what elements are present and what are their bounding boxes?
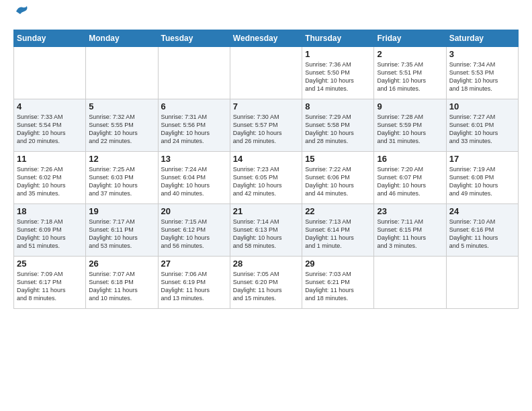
day-info: Sunrise: 7:30 AM Sunset: 5:57 PM Dayligh… xyxy=(233,113,299,146)
day-number: 24 xyxy=(449,206,515,216)
day-info: Sunrise: 7:36 AM Sunset: 5:50 PM Dayligh… xyxy=(305,60,371,93)
week-row-1: 1Sunrise: 7:36 AM Sunset: 5:50 PM Daylig… xyxy=(14,46,519,99)
day-number: 3 xyxy=(449,49,515,59)
calendar-table: SundayMondayTuesdayWednesdayThursdayFrid… xyxy=(13,30,519,309)
day-number: 29 xyxy=(305,259,371,269)
day-number: 7 xyxy=(233,101,299,111)
day-number: 11 xyxy=(17,154,83,164)
logo xyxy=(13,11,30,24)
day-number: 16 xyxy=(377,154,443,164)
calendar-cell: 25Sunrise: 7:09 AM Sunset: 6:17 PM Dayli… xyxy=(14,256,86,308)
col-header-tuesday: Tuesday xyxy=(158,30,230,46)
calendar-cell xyxy=(230,46,302,99)
day-number: 6 xyxy=(161,101,227,111)
day-number: 17 xyxy=(449,154,515,164)
day-info: Sunrise: 7:32 AM Sunset: 5:55 PM Dayligh… xyxy=(89,113,154,146)
page: SundayMondayTuesdayWednesdayThursdayFrid… xyxy=(0,0,532,411)
day-info: Sunrise: 7:34 AM Sunset: 5:53 PM Dayligh… xyxy=(449,60,515,93)
day-number: 20 xyxy=(161,206,227,216)
calendar-cell: 29Sunrise: 7:03 AM Sunset: 6:21 PM Dayli… xyxy=(302,256,374,308)
header-row: SundayMondayTuesdayWednesdayThursdayFrid… xyxy=(14,30,519,46)
calendar-cell: 17Sunrise: 7:19 AM Sunset: 6:08 PM Dayli… xyxy=(446,151,518,203)
day-number: 4 xyxy=(17,101,83,111)
calendar-cell: 11Sunrise: 7:26 AM Sunset: 6:02 PM Dayli… xyxy=(14,151,86,203)
calendar-cell xyxy=(14,46,86,99)
day-info: Sunrise: 7:35 AM Sunset: 5:51 PM Dayligh… xyxy=(377,60,443,93)
day-number: 9 xyxy=(377,101,443,111)
day-info: Sunrise: 7:29 AM Sunset: 5:58 PM Dayligh… xyxy=(305,113,371,146)
day-info: Sunrise: 7:27 AM Sunset: 6:01 PM Dayligh… xyxy=(449,113,515,146)
calendar-cell: 27Sunrise: 7:06 AM Sunset: 6:19 PM Dayli… xyxy=(158,256,230,308)
day-info: Sunrise: 7:17 AM Sunset: 6:11 PM Dayligh… xyxy=(89,218,154,250)
day-number: 19 xyxy=(89,206,154,216)
day-number: 26 xyxy=(89,259,154,269)
day-info: Sunrise: 7:09 AM Sunset: 6:17 PM Dayligh… xyxy=(17,270,83,303)
calendar-cell: 1Sunrise: 7:36 AM Sunset: 5:50 PM Daylig… xyxy=(302,46,374,99)
day-info: Sunrise: 7:15 AM Sunset: 6:12 PM Dayligh… xyxy=(161,218,227,250)
calendar-cell xyxy=(374,256,446,308)
day-number: 18 xyxy=(17,206,83,216)
calendar-cell: 20Sunrise: 7:15 AM Sunset: 6:12 PM Dayli… xyxy=(158,203,230,256)
col-header-sunday: Sunday xyxy=(14,30,86,46)
col-header-wednesday: Wednesday xyxy=(230,30,302,46)
week-row-5: 25Sunrise: 7:09 AM Sunset: 6:17 PM Dayli… xyxy=(14,256,519,308)
day-number: 27 xyxy=(161,259,227,269)
day-number: 1 xyxy=(305,49,371,59)
week-row-2: 4Sunrise: 7:33 AM Sunset: 5:54 PM Daylig… xyxy=(14,99,519,151)
calendar-cell: 21Sunrise: 7:14 AM Sunset: 6:13 PM Dayli… xyxy=(230,203,302,256)
day-info: Sunrise: 7:25 AM Sunset: 6:03 PM Dayligh… xyxy=(89,165,154,198)
day-info: Sunrise: 7:28 AM Sunset: 5:59 PM Dayligh… xyxy=(377,113,443,146)
day-number: 5 xyxy=(89,101,154,111)
calendar-cell: 26Sunrise: 7:07 AM Sunset: 6:18 PM Dayli… xyxy=(86,256,158,308)
calendar-cell: 15Sunrise: 7:22 AM Sunset: 6:06 PM Dayli… xyxy=(302,151,374,203)
calendar-cell: 13Sunrise: 7:24 AM Sunset: 6:04 PM Dayli… xyxy=(158,151,230,203)
calendar-cell xyxy=(86,46,158,99)
calendar-cell: 4Sunrise: 7:33 AM Sunset: 5:54 PM Daylig… xyxy=(14,99,86,151)
calendar-cell xyxy=(446,256,518,308)
day-info: Sunrise: 7:22 AM Sunset: 6:06 PM Dayligh… xyxy=(305,165,371,198)
day-info: Sunrise: 7:31 AM Sunset: 5:56 PM Dayligh… xyxy=(161,113,227,146)
day-info: Sunrise: 7:10 AM Sunset: 6:16 PM Dayligh… xyxy=(449,218,515,250)
calendar-cell: 8Sunrise: 7:29 AM Sunset: 5:58 PM Daylig… xyxy=(302,99,374,151)
calendar-cell: 28Sunrise: 7:05 AM Sunset: 6:20 PM Dayli… xyxy=(230,256,302,308)
day-info: Sunrise: 7:07 AM Sunset: 6:18 PM Dayligh… xyxy=(89,270,154,303)
day-info: Sunrise: 7:06 AM Sunset: 6:19 PM Dayligh… xyxy=(161,270,227,303)
day-number: 2 xyxy=(377,49,443,59)
calendar-cell: 3Sunrise: 7:34 AM Sunset: 5:53 PM Daylig… xyxy=(446,46,518,99)
day-info: Sunrise: 7:26 AM Sunset: 6:02 PM Dayligh… xyxy=(17,165,83,198)
day-number: 13 xyxy=(161,154,227,164)
day-info: Sunrise: 7:13 AM Sunset: 6:14 PM Dayligh… xyxy=(305,218,371,250)
calendar-cell: 6Sunrise: 7:31 AM Sunset: 5:56 PM Daylig… xyxy=(158,99,230,151)
day-info: Sunrise: 7:33 AM Sunset: 5:54 PM Dayligh… xyxy=(17,113,83,146)
calendar-cell: 23Sunrise: 7:11 AM Sunset: 6:15 PM Dayli… xyxy=(374,203,446,256)
calendar-cell: 19Sunrise: 7:17 AM Sunset: 6:11 PM Dayli… xyxy=(86,203,158,256)
calendar-cell: 24Sunrise: 7:10 AM Sunset: 6:16 PM Dayli… xyxy=(446,203,518,256)
day-number: 15 xyxy=(305,154,371,164)
day-info: Sunrise: 7:03 AM Sunset: 6:21 PM Dayligh… xyxy=(305,270,371,303)
day-number: 23 xyxy=(377,206,443,216)
day-number: 21 xyxy=(233,206,299,216)
logo-bird-icon xyxy=(15,5,30,18)
day-info: Sunrise: 7:19 AM Sunset: 6:08 PM Dayligh… xyxy=(449,165,515,198)
day-info: Sunrise: 7:20 AM Sunset: 6:07 PM Dayligh… xyxy=(377,165,443,198)
day-number: 28 xyxy=(233,259,299,269)
col-header-thursday: Thursday xyxy=(302,30,374,46)
day-info: Sunrise: 7:23 AM Sunset: 6:05 PM Dayligh… xyxy=(233,165,299,198)
day-number: 14 xyxy=(233,154,299,164)
day-info: Sunrise: 7:11 AM Sunset: 6:15 PM Dayligh… xyxy=(377,218,443,250)
day-number: 10 xyxy=(449,101,515,111)
calendar-cell: 9Sunrise: 7:28 AM Sunset: 5:59 PM Daylig… xyxy=(374,99,446,151)
calendar-cell xyxy=(158,46,230,99)
header xyxy=(13,11,519,24)
calendar-cell: 7Sunrise: 7:30 AM Sunset: 5:57 PM Daylig… xyxy=(230,99,302,151)
calendar-cell: 5Sunrise: 7:32 AM Sunset: 5:55 PM Daylig… xyxy=(86,99,158,151)
calendar-cell: 10Sunrise: 7:27 AM Sunset: 6:01 PM Dayli… xyxy=(446,99,518,151)
calendar-cell: 18Sunrise: 7:18 AM Sunset: 6:09 PM Dayli… xyxy=(14,203,86,256)
col-header-saturday: Saturday xyxy=(446,30,518,46)
calendar-cell: 2Sunrise: 7:35 AM Sunset: 5:51 PM Daylig… xyxy=(374,46,446,99)
calendar-cell: 14Sunrise: 7:23 AM Sunset: 6:05 PM Dayli… xyxy=(230,151,302,203)
col-header-friday: Friday xyxy=(374,30,446,46)
calendar-cell: 22Sunrise: 7:13 AM Sunset: 6:14 PM Dayli… xyxy=(302,203,374,256)
week-row-4: 18Sunrise: 7:18 AM Sunset: 6:09 PM Dayli… xyxy=(14,203,519,256)
col-header-monday: Monday xyxy=(86,30,158,46)
